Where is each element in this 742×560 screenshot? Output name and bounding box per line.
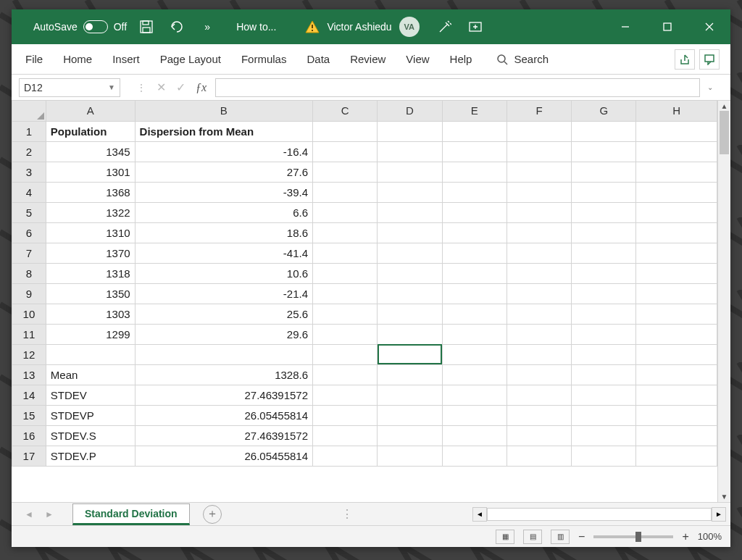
zoom-in-button[interactable]: +: [682, 530, 688, 543]
cell[interactable]: [572, 385, 636, 405]
zoom-level[interactable]: 100%: [698, 531, 722, 542]
cell[interactable]: [442, 222, 507, 243]
tab-page-layout[interactable]: Page Layout: [157, 50, 224, 68]
cell[interactable]: [313, 324, 378, 344]
row-header[interactable]: 13: [12, 364, 46, 385]
cell[interactable]: [313, 243, 378, 263]
fx-icon[interactable]: ƒx: [196, 81, 207, 94]
avatar[interactable]: VA: [399, 17, 420, 37]
cell[interactable]: [507, 202, 571, 222]
cell[interactable]: [442, 243, 507, 263]
scroll-right-icon[interactable]: ►: [712, 507, 726, 522]
cell[interactable]: [313, 162, 378, 182]
cell[interactable]: 1301: [46, 162, 135, 182]
cell[interactable]: [378, 182, 442, 202]
cell[interactable]: [507, 141, 571, 162]
cell[interactable]: [572, 162, 636, 182]
cell[interactable]: [636, 304, 717, 324]
cell[interactable]: [572, 304, 636, 324]
more-qat[interactable]: »: [196, 21, 218, 33]
cell[interactable]: [636, 141, 717, 162]
cell[interactable]: [442, 182, 507, 202]
cell[interactable]: [378, 121, 442, 141]
chevron-down-icon[interactable]: ▼: [108, 83, 115, 91]
cell[interactable]: [572, 425, 636, 446]
cell[interactable]: STDEV: [46, 385, 135, 405]
cell[interactable]: [572, 182, 636, 202]
row-header[interactable]: 15: [12, 405, 46, 425]
cell[interactable]: 10.6: [135, 263, 312, 283]
cell[interactable]: [442, 304, 507, 324]
tab-help[interactable]: Help: [447, 50, 475, 68]
cell[interactable]: [636, 324, 717, 344]
cell[interactable]: [636, 202, 717, 222]
cell[interactable]: [378, 202, 442, 222]
save-button[interactable]: [136, 20, 157, 33]
cell[interactable]: [442, 263, 507, 283]
cell[interactable]: [313, 405, 378, 425]
cell[interactable]: [572, 283, 636, 304]
confirm-icon[interactable]: ✓: [176, 80, 186, 94]
cell[interactable]: 6.6: [135, 202, 312, 222]
prev-sheet-button[interactable]: ◄: [19, 509, 39, 519]
dots-icon[interactable]: ⋮: [136, 82, 146, 93]
cell[interactable]: [313, 202, 378, 222]
cell[interactable]: [378, 405, 442, 425]
cell[interactable]: -41.4: [135, 243, 312, 263]
cell[interactable]: [507, 263, 571, 283]
tab-file[interactable]: File: [22, 50, 46, 68]
formula-input[interactable]: [215, 78, 700, 97]
cell[interactable]: [442, 324, 507, 344]
cell[interactable]: [636, 425, 717, 446]
cell[interactable]: [507, 283, 571, 304]
cell[interactable]: [507, 222, 571, 243]
cell[interactable]: 26.05455814: [135, 446, 312, 466]
cell[interactable]: [636, 182, 717, 202]
cell[interactable]: 1368: [46, 182, 135, 202]
cell[interactable]: [572, 202, 636, 222]
vertical-scrollbar[interactable]: ▲ ▼: [717, 101, 730, 502]
cell[interactable]: [378, 304, 442, 324]
cell[interactable]: [572, 141, 636, 162]
row-header[interactable]: 9: [12, 283, 46, 304]
cell[interactable]: [572, 364, 636, 385]
cell[interactable]: [572, 344, 636, 364]
column-header[interactable]: H: [636, 101, 717, 121]
column-header[interactable]: D: [378, 101, 442, 121]
cell[interactable]: [636, 385, 717, 405]
cell[interactable]: [442, 202, 507, 222]
cell[interactable]: [46, 344, 135, 364]
cell[interactable]: [378, 425, 442, 446]
view-page-break-button[interactable]: ▥: [551, 530, 570, 544]
search-box[interactable]: Search: [496, 53, 549, 65]
cell[interactable]: [313, 263, 378, 283]
cell[interactable]: 1370: [46, 243, 135, 263]
cell[interactable]: 1350: [46, 283, 135, 304]
column-header[interactable]: A: [46, 101, 135, 121]
name-box[interactable]: D12 ▼: [19, 78, 120, 97]
sheet-tab-active[interactable]: Standard Deviation: [72, 503, 190, 525]
cell[interactable]: 1318: [46, 263, 135, 283]
row-header[interactable]: 1: [12, 121, 46, 141]
cell[interactable]: [636, 446, 717, 466]
tab-view[interactable]: View: [403, 50, 432, 68]
cell[interactable]: [442, 405, 507, 425]
cell[interactable]: -21.4: [135, 283, 312, 304]
close-button[interactable]: [688, 12, 730, 41]
cell[interactable]: [313, 283, 378, 304]
cell[interactable]: [572, 324, 636, 344]
row-header[interactable]: 12: [12, 344, 46, 364]
zoom-out-button[interactable]: −: [578, 530, 585, 543]
cell[interactable]: [507, 304, 571, 324]
cell[interactable]: [313, 446, 378, 466]
cancel-icon[interactable]: ✕: [157, 80, 166, 94]
cell[interactable]: STDEV.S: [46, 425, 135, 446]
cell[interactable]: [378, 243, 442, 263]
cell[interactable]: [378, 141, 442, 162]
cell[interactable]: [507, 324, 571, 344]
row-header[interactable]: 17: [12, 446, 46, 466]
cell[interactable]: [442, 385, 507, 405]
tab-data[interactable]: Data: [304, 50, 333, 68]
cell[interactable]: -16.4: [135, 141, 312, 162]
row-header[interactable]: 3: [12, 162, 46, 182]
